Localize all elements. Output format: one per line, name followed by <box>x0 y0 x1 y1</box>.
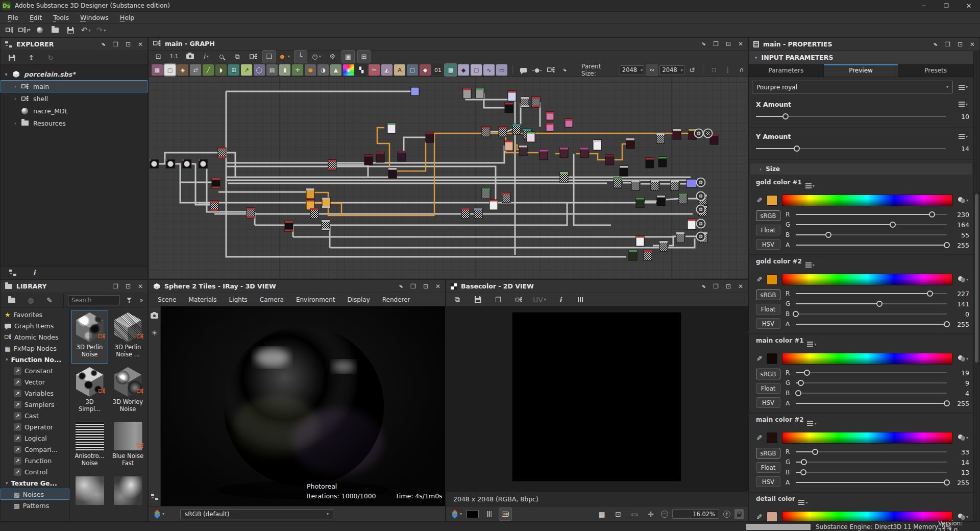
palette-shape-button[interactable]: ◯ <box>254 64 265 76</box>
slider-handle[interactable] <box>801 459 807 465</box>
parameter-menu-icon[interactable]: ▾ <box>797 496 809 509</box>
graph-node[interactable] <box>306 188 314 199</box>
save-all-button[interactable] <box>64 24 77 36</box>
new-mdl-graph-button[interactable] <box>34 24 46 36</box>
graph-node[interactable] <box>512 124 521 134</box>
zoom-actual-button[interactable]: 1:1 <box>168 51 180 63</box>
library-thumbnail-3d-perlin-noise-[interactable]: 3D Perlin Noise ... <box>109 310 146 364</box>
channel-value[interactable]: 4 <box>951 390 969 397</box>
eyedropper-icon[interactable]: ✎ <box>755 276 763 282</box>
mode-srgb-button[interactable]: sRGB <box>756 448 780 458</box>
slider-handle[interactable] <box>876 301 883 307</box>
library-category-logical[interactable]: ↗Logical <box>1 432 69 444</box>
library-category-function-no-[interactable]: ▾Function No... <box>1 354 69 365</box>
slider-handle[interactable] <box>825 232 831 238</box>
color-swatch[interactable] <box>767 274 777 285</box>
menu-help[interactable]: Help <box>114 13 140 22</box>
new-substance-button[interactable] <box>3 24 15 36</box>
parameter-value[interactable]: 14 <box>951 145 969 153</box>
palette-channel-shuffle-button[interactable]: ⇄ <box>190 64 201 76</box>
slider[interactable] <box>796 389 947 397</box>
color-swatch[interactable] <box>767 195 777 206</box>
graph-node[interactable] <box>560 172 568 182</box>
float-icon[interactable]: ❐ <box>945 41 950 48</box>
palette-selection-button[interactable]: ▢ <box>407 64 418 76</box>
info-button[interactable]: i▾ <box>200 51 212 63</box>
mode-hsv-button[interactable]: HSV <box>756 397 780 408</box>
channel-value[interactable]: 33 <box>951 448 969 456</box>
palette-icon[interactable]: ▾ <box>957 273 969 285</box>
edit-button[interactable]: ✎ <box>43 294 56 306</box>
library-thumbnail-anisotro-noise[interactable]: Anisotro... Noise <box>71 419 108 473</box>
graph-output-badge[interactable] <box>697 220 705 228</box>
close-icon[interactable]: ✕ <box>138 41 143 48</box>
palette-gradient-axial-button[interactable]: ▢ <box>471 64 482 76</box>
slider[interactable] <box>796 210 947 219</box>
hue-bar[interactable] <box>782 274 952 285</box>
color-swatch[interactable] <box>767 432 777 443</box>
palette-splatter-button[interactable]: ✂ <box>369 64 380 76</box>
tree-item-porcelain-sbs-[interactable]: ▾ porcelain.sbs* <box>1 68 148 80</box>
graph-canvas[interactable] <box>149 77 748 279</box>
palette-crystallize-button[interactable]: ▩ <box>445 64 456 76</box>
transform-icon[interactable]: ▭ <box>628 508 641 520</box>
palette-curve-segment-button[interactable]: ∿ <box>483 64 495 76</box>
graph-node[interactable] <box>565 119 573 127</box>
library-category-atomic-nodes[interactable]: Atomic Nodes <box>1 331 69 343</box>
graph-node[interactable] <box>463 88 471 99</box>
hue-bar[interactable] <box>782 432 952 444</box>
mode-hsv-button[interactable]: HSV <box>756 318 780 329</box>
graph-node[interactable] <box>687 179 697 187</box>
graph-node[interactable] <box>499 127 507 137</box>
graph-node[interactable] <box>502 192 510 203</box>
graph-node[interactable] <box>505 103 513 113</box>
palette-dot-button[interactable]: ● <box>305 64 316 76</box>
graph-node[interactable] <box>546 112 554 120</box>
graph-output-badge[interactable] <box>695 129 703 138</box>
palette-svg-shape-button[interactable]: ◆ <box>458 64 469 76</box>
graph-node[interactable] <box>679 194 687 204</box>
graph-node[interactable] <box>461 208 470 219</box>
graph-node[interactable] <box>527 132 535 142</box>
chevron-down-icon[interactable]: ▾ <box>4 71 9 77</box>
new-item-button[interactable]: ◍ <box>24 294 37 306</box>
minimize-button[interactable]: ─ <box>913 0 935 11</box>
tree-item-shell[interactable]: › shell <box>1 92 148 105</box>
thumbnails-button[interactable]: ❏ <box>263 51 275 63</box>
maximize-icon[interactable]: ⊡ <box>726 40 731 47</box>
library-category-samplers[interactable]: ↗Samplers <box>1 399 69 410</box>
info-icon[interactable]: i <box>554 294 567 306</box>
channel-value[interactable]: 255 <box>951 479 969 487</box>
outline-tab[interactable] <box>7 267 19 279</box>
pan-icon[interactable]: ✛ <box>645 508 657 520</box>
view3d-viewport[interactable]: ☀ Photoreal Iterations: 1000/1000 Time: … <box>149 306 445 506</box>
graph-node[interactable] <box>676 232 684 243</box>
graph-output-badge[interactable] <box>697 178 705 187</box>
channel-value[interactable]: 255 <box>951 242 969 249</box>
pin-icon[interactable]: ✒ <box>398 283 403 290</box>
slider-handle[interactable] <box>890 222 896 228</box>
maximize-button[interactable]: ❐ <box>935 0 958 11</box>
maximize-icon[interactable]: ⊡ <box>126 283 131 290</box>
library-thumbnail[interactable] <box>109 474 146 521</box>
graph-node[interactable] <box>519 146 527 156</box>
slider[interactable] <box>796 458 947 466</box>
chevron-right-icon[interactable]: › <box>13 84 18 89</box>
zoom-out-button[interactable]: − <box>661 511 668 518</box>
graph-node[interactable] <box>532 97 540 107</box>
graph-node[interactable] <box>210 201 218 211</box>
slider-handle[interactable] <box>795 390 801 396</box>
palette-position-button[interactable]: ✛ <box>292 64 303 76</box>
channel-value[interactable]: 255 <box>951 321 969 328</box>
slider-handle[interactable] <box>804 370 810 376</box>
fit-view-button[interactable]: ⊡ <box>152 51 164 63</box>
palette-levels-button[interactable]: ◗ <box>215 64 227 76</box>
maximize-icon[interactable]: ⊡ <box>726 283 731 290</box>
mode-hsv-button[interactable]: HSV <box>756 239 780 250</box>
mode-float-button[interactable]: Float <box>756 462 780 473</box>
graph-node[interactable] <box>521 97 529 107</box>
redo-button[interactable]: ↷▾ <box>95 24 107 36</box>
hue-bar[interactable] <box>782 353 952 365</box>
palette-directional-warp-button[interactable]: ↗ <box>241 64 252 76</box>
slider-handle[interactable] <box>944 242 950 248</box>
